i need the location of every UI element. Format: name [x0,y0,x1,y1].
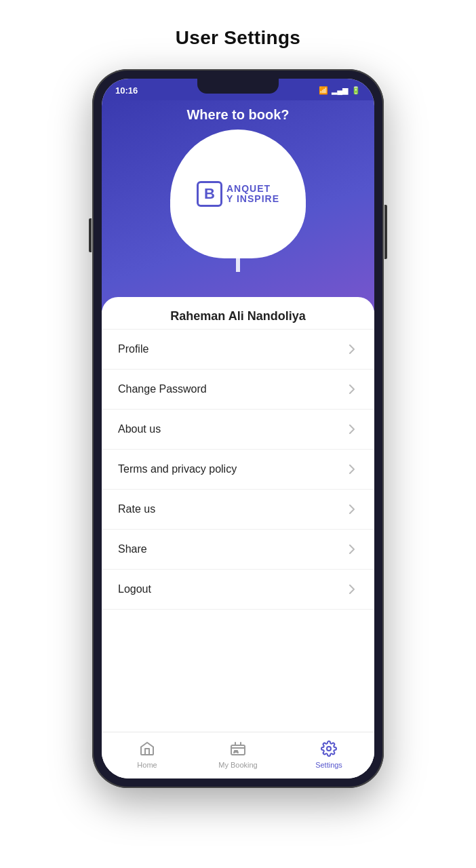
menu-list: ProfileChange PasswordAbout usTerms and … [102,330,374,732]
chevron-icon-change-password [346,383,358,395]
bottom-nav: Home My Booking [102,732,374,778]
menu-item-change-password[interactable]: Change Password [102,370,374,410]
svg-rect-0 [236,245,240,272]
chevron-icon-profile [346,343,358,355]
signal-icon: ▂▄▆ [332,86,348,95]
logo-line2: Y INSPIRE [226,194,279,204]
menu-item-label-share: Share [118,543,147,555]
svg-point-4 [327,747,331,751]
menu-item-about-us[interactable]: About us [102,410,374,450]
user-name: Raheman Ali Nandoliya [102,297,374,330]
page-title: User Settings [176,27,300,49]
wifi-icon: 📶 [319,86,328,95]
menu-item-terms[interactable]: Terms and privacy policy [102,450,374,490]
nav-label-home: Home [137,761,157,769]
phone-screen: 10:16 📶 ▂▄▆ 🔋 Where to book? B ANQUET Y … [102,79,374,778]
battery-icon: 🔋 [351,86,361,95]
logo-line1: ANQUET [226,184,279,194]
people-silhouette-svg [218,235,258,272]
chevron-icon-rate-us [346,503,358,515]
tree-logo-container: B ANQUET Y INSPIRE [157,130,319,272]
menu-item-profile[interactable]: Profile [102,330,374,370]
menu-item-label-terms: Terms and privacy policy [118,463,237,475]
phone-frame: 10:16 📶 ▂▄▆ 🔋 Where to book? B ANQUET Y … [92,69,384,788]
logo-text: ANQUET Y INSPIRE [226,184,279,205]
booking-icon [229,739,247,758]
header-title: Where to book? [186,107,289,123]
status-time: 10:16 [115,85,138,96]
nav-item-home[interactable]: Home [120,739,174,769]
header-area: Where to book? B ANQUET Y INSPIRE [102,100,374,311]
settings-icon [319,739,338,758]
status-icons: 📶 ▂▄▆ 🔋 [319,86,361,95]
chevron-icon-terms [346,463,358,475]
logo-b-letter: B [197,181,222,207]
nav-label-settings: Settings [315,761,342,769]
menu-item-rate-us[interactable]: Rate us [102,490,374,530]
menu-item-label-change-password: Change Password [118,383,207,395]
menu-item-share[interactable]: Share [102,530,374,570]
chevron-icon-logout [346,583,358,595]
menu-item-label-about-us: About us [118,423,161,435]
menu-item-label-rate-us: Rate us [118,503,155,515]
white-card: Raheman Ali Nandoliya ProfileChange Pass… [102,297,374,778]
power-button [384,205,387,259]
logo-area: B ANQUET Y INSPIRE [197,181,279,207]
home-icon [138,739,157,758]
volume-button [89,218,92,252]
menu-item-label-profile: Profile [118,343,148,355]
nav-label-booking: My Booking [218,761,257,769]
chevron-icon-about-us [346,423,358,435]
svg-point-1 [226,239,234,247]
nav-item-booking[interactable]: My Booking [211,739,265,769]
menu-item-logout[interactable]: Logout [102,570,374,610]
menu-item-label-logout: Logout [118,583,151,595]
svg-point-2 [242,239,250,247]
notch [197,79,279,94]
nav-item-settings[interactable]: Settings [302,739,356,769]
chevron-icon-share [346,543,358,555]
tree-trunk-people [218,235,258,272]
